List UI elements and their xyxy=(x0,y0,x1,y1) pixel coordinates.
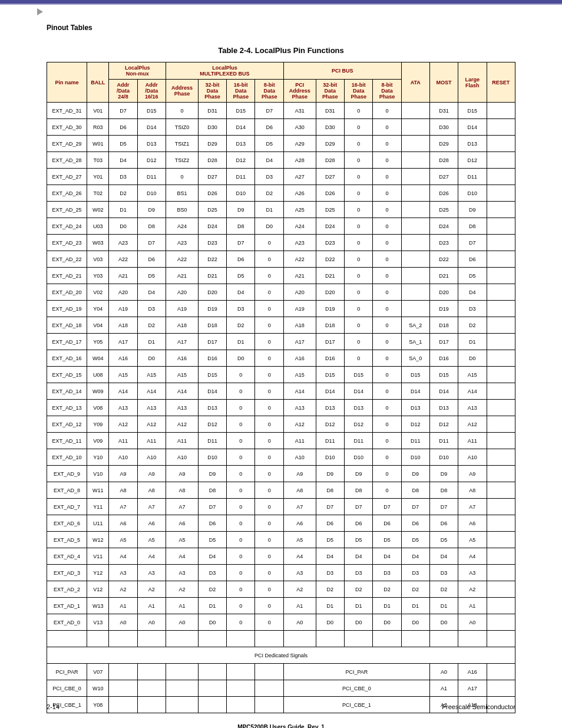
cell-value: A9 xyxy=(458,466,487,482)
cell-value: D14 xyxy=(137,119,166,136)
cell-value: A2 xyxy=(458,581,487,598)
table-row: EXT_AD_18V04A18D2A18D18D20A18D1800SA_2D1… xyxy=(47,317,515,334)
cell-value: D12 xyxy=(316,416,344,433)
cell-value: D5 xyxy=(198,532,226,548)
cell-value: D19 xyxy=(198,301,226,317)
table-title: Table 2-4. LocalPlus Pin Functions xyxy=(47,46,515,55)
cell-value xyxy=(401,119,429,136)
cell-value: A15 xyxy=(166,367,199,383)
cell-value: A1 xyxy=(109,598,137,614)
cell-ball: U11 xyxy=(87,515,109,532)
cell-pinname: EXT_AD_28 xyxy=(47,152,87,169)
cell-value: D16 xyxy=(429,350,458,367)
cell-value: A4 xyxy=(109,548,137,565)
cell-value: A19 xyxy=(166,301,199,317)
cell-value: 0 xyxy=(373,103,401,119)
cell-value xyxy=(487,614,515,631)
table-row: EXT_AD_2V12A2A2A2D200A2D2D2D2D2D2A2 xyxy=(47,581,515,598)
cell-value: D5 xyxy=(227,268,255,284)
cell-pinname: PCI_PAR xyxy=(47,664,87,680)
cell-value: 0 xyxy=(255,449,283,466)
cell-value: 0 xyxy=(255,383,283,400)
cell-value: D10 xyxy=(227,185,255,202)
cell-value: D14 xyxy=(198,383,226,400)
cell-value: 0 xyxy=(345,152,373,169)
cell-value: A18 xyxy=(283,317,316,334)
cell-value: D8 xyxy=(345,482,373,499)
cell-value: 0 xyxy=(255,301,283,317)
cell-value: 0 xyxy=(227,433,255,449)
cell-value: D15 xyxy=(458,103,487,119)
cell-empty xyxy=(227,631,255,647)
cell-value: A13 xyxy=(283,400,316,416)
col-mux-addr: Address Phase xyxy=(166,80,199,103)
cell-empty xyxy=(373,631,401,647)
table-row: PCI_PARV07PCI_PARA0A16 xyxy=(47,664,515,680)
cell-value: A23 xyxy=(283,235,316,251)
cell-value: A5 xyxy=(283,532,316,548)
cell-value: D24 xyxy=(198,218,226,235)
cell-value: A1 xyxy=(283,598,316,614)
cell-value: D1 xyxy=(198,598,226,614)
cell-value: D22 xyxy=(429,251,458,268)
cell-pinname: EXT_AD_9 xyxy=(47,466,87,482)
cell-value: D23 xyxy=(198,235,226,251)
cell-empty xyxy=(255,680,283,697)
cell-value: D12 xyxy=(137,152,166,169)
cell-ball: W09 xyxy=(87,383,109,400)
cell-empty xyxy=(47,631,87,647)
cell-value: D18 xyxy=(316,317,344,334)
cell-value: D4 xyxy=(109,152,137,169)
cell-pinname: EXT_AD_23 xyxy=(47,235,87,251)
cell-value: D5 xyxy=(429,532,458,548)
cell-value xyxy=(487,350,515,367)
cell-value: D12 xyxy=(345,416,373,433)
cell-pinname: EXT_AD_7 xyxy=(47,499,87,515)
cell-value xyxy=(487,301,515,317)
cell-value: D19 xyxy=(316,301,344,317)
cell-ball: W11 xyxy=(87,482,109,499)
cell-value: D17 xyxy=(198,334,226,350)
cell-value: D6 xyxy=(373,515,401,532)
cell-value: A10 xyxy=(283,449,316,466)
cell-value: 0 xyxy=(373,301,401,317)
cell-value: D7 xyxy=(458,235,487,251)
cell-value: 0 xyxy=(345,268,373,284)
cell-value: D4 xyxy=(227,284,255,301)
cell-value: SA_0 xyxy=(401,350,429,367)
cell-value: D5 xyxy=(458,268,487,284)
cell-value: D13 xyxy=(345,400,373,416)
cell-value: D18 xyxy=(198,317,226,334)
cell-value: A7 xyxy=(109,499,137,515)
cell-value: D25 xyxy=(198,202,226,218)
col-nonmux-248: Addr /Data 24/8 xyxy=(109,80,137,103)
cell-pinname: EXT_AD_1 xyxy=(47,598,87,614)
cell-value: 0 xyxy=(255,548,283,565)
cell-value: A31 xyxy=(283,103,316,119)
cell-value: D5 xyxy=(109,136,137,152)
cell-value: 0 xyxy=(373,383,401,400)
cell-value: A13 xyxy=(137,400,166,416)
cell-value: D17 xyxy=(316,334,344,350)
cell-pinname: EXT_AD_19 xyxy=(47,301,87,317)
cell-value: D9 xyxy=(198,466,226,482)
cell-value: D11 xyxy=(227,169,255,185)
cell-value: D3 xyxy=(316,565,344,581)
cell-value: 0 xyxy=(345,185,373,202)
table-row: PCI_CBE_0W10PCI_CBE_0A1A17 xyxy=(47,680,515,697)
cell-value: A10 xyxy=(458,449,487,466)
table-row: EXT_AD_4V11A4A4A4D400A4D4D4D4D4D4A4 xyxy=(47,548,515,565)
cell-value: D14 xyxy=(316,383,344,400)
table-row: EXT_AD_23W03A23D7A23D23D70A23D2300D23D7 xyxy=(47,235,515,251)
cell-pinname: EXT_AD_5 xyxy=(47,532,87,548)
cell-value: A26 xyxy=(283,185,316,202)
cell-value xyxy=(487,152,515,169)
cell-value: 0 xyxy=(227,466,255,482)
cell-value xyxy=(401,185,429,202)
cell-value xyxy=(487,400,515,416)
cell-value: D23 xyxy=(316,235,344,251)
cell-value: D0 xyxy=(316,614,344,631)
cell-value: A13 xyxy=(458,400,487,416)
cell-value: D8 xyxy=(316,482,344,499)
cell-value: 0 xyxy=(227,581,255,598)
